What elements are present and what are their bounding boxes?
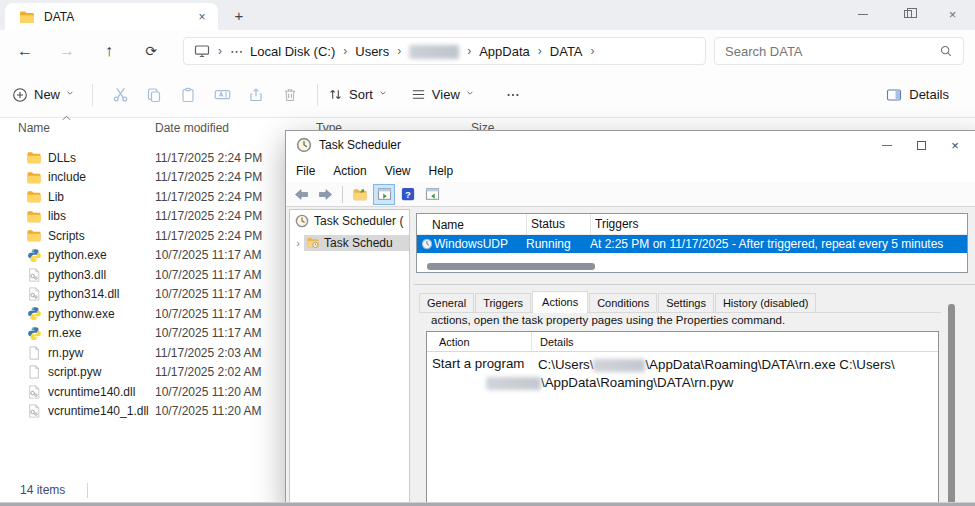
pane-splitter[interactable] [414,284,975,285]
rename-button[interactable] [205,86,239,103]
share-button[interactable] [239,87,273,103]
toolbar-divider [92,84,93,106]
horizontal-scrollbar-thumb[interactable] [427,263,595,270]
action-row[interactable]: Start a program C:\Users\\AppData\Roamin… [427,352,938,392]
breadcrumb-chevron-icon: › [538,44,542,58]
forward-button[interactable] [314,184,336,205]
file-name: pythonw.exe [48,307,115,321]
breadcrumb-overflow-icon[interactable]: ⋯ [230,44,244,59]
folder-icon [19,9,35,25]
column-header-date-modified[interactable]: Date modified [155,121,229,135]
back-button[interactable] [290,184,312,205]
file-name: script.pyw [48,365,101,379]
file-row[interactable]: python314.dll 10/7/2025 11:17 AM [0,285,283,305]
help-button[interactable]: ? [397,184,419,205]
menu-item[interactable]: View [385,164,411,178]
maximize-button[interactable] [904,131,938,159]
ts-tab[interactable]: Conditions [589,293,657,312]
ts-tab[interactable]: Actions [532,291,588,313]
ts-tab[interactable]: Triggers [475,293,531,312]
dll-icon [26,384,42,400]
task-row-selected[interactable]: WindowsUDP Running At 2:25 PM on 11/17/2… [417,235,967,253]
file-row[interactable]: Lib 11/17/2025 2:24 PM [0,187,283,207]
file-row[interactable]: pythonw.exe 10/7/2025 11:17 AM [0,304,283,324]
file-icon [26,364,42,380]
refresh-button[interactable]: ⟳ [134,43,168,59]
file-row[interactable]: python3.dll 10/7/2025 11:17 AM [0,265,283,285]
explorer-tab-active[interactable]: DATA × [5,3,218,30]
paste-button[interactable] [171,87,205,103]
this-pc-icon[interactable] [194,43,210,59]
sort-button[interactable]: Sort [328,87,387,102]
file-row[interactable]: Scripts 11/17/2025 2:24 PM [0,226,283,246]
explorer-command-bar: New Sort View Det [0,72,975,118]
column-header-status[interactable]: Status [526,214,590,235]
column-header-action[interactable]: Action [427,336,531,348]
menu-item[interactable]: Help [429,164,454,178]
console-toolbar: ? [286,182,975,207]
up-button[interactable]: ↑ [92,42,126,60]
new-tab-button[interactable]: + [228,5,250,27]
vertical-scrollbar[interactable] [946,301,957,506]
view-button[interactable]: View [411,87,474,102]
folder-clock-icon [306,236,320,249]
file-name: Lib [48,190,64,204]
new-button[interactable]: New [12,87,74,103]
breadcrumb-segment[interactable] [409,43,459,59]
tree-item-task-scheduler-library[interactable]: › Task Schedu [290,232,409,253]
svg-text:?: ? [405,189,411,200]
ts-tab[interactable]: Settings [658,293,714,312]
column-header-triggers[interactable]: Triggers [590,214,967,235]
search-box[interactable]: Search DATA [714,37,964,65]
minimize-button[interactable] [870,131,904,159]
ts-tab[interactable]: General [419,293,474,312]
file-row[interactable]: DLLs 11/17/2025 2:24 PM [0,148,283,168]
file-row[interactable]: rn.pyw 11/17/2025 2:03 AM [0,343,283,363]
tree-item-task-scheduler-local[interactable]: Task Scheduler ( [290,210,409,231]
breadcrumb[interactable]: › ⋯ Local Disk (C:) › Users › [183,37,706,65]
item-count: 14 items [20,483,65,497]
file-row[interactable]: include 11/17/2025 2:24 PM [0,168,283,188]
tab-close-icon[interactable]: × [194,9,210,25]
action-pane-toggle-button[interactable] [421,184,443,205]
console-tree-toggle-button[interactable] [373,184,395,205]
minimize-button[interactable] [840,0,885,28]
restore-button[interactable] [885,0,930,28]
cut-button[interactable] [103,86,137,103]
more-options-button[interactable] [496,88,530,102]
breadcrumb-segment[interactable]: Local Disk (C:) [250,44,335,59]
vertical-scrollbar-thumb[interactable] [948,304,955,506]
breadcrumb-segment[interactable]: Users [355,44,389,59]
close-button[interactable]: × [938,131,972,159]
column-header-name[interactable]: Name [18,121,50,135]
file-row[interactable]: rn.exe 10/7/2025 11:17 AM [0,324,283,344]
task-scheduler-window: Task Scheduler × File Action View Help [285,130,975,506]
task-scheduler-title-bar[interactable]: Task Scheduler × [286,131,975,159]
file-row[interactable]: script.pyw 11/17/2025 2:02 AM [0,363,283,383]
breadcrumb-segment[interactable]: DATA [550,44,583,59]
file-row[interactable]: python.exe 10/7/2025 11:17 AM [0,246,283,266]
column-header-details[interactable]: Details [531,332,938,352]
file-date-modified: 11/17/2025 2:24 PM [155,151,262,165]
search-icon [939,44,953,58]
back-button[interactable]: ← [8,42,42,60]
show-hide-tree-folder-button[interactable] [349,184,371,205]
menu-item[interactable]: Action [333,164,366,178]
file-row[interactable]: vcruntime140_1.dll 10/7/2025 11:20 AM [0,402,283,422]
sort-ascending-icon [62,115,71,121]
file-row[interactable]: vcruntime140.dll 10/7/2025 11:20 AM [0,382,283,402]
breadcrumb-segment[interactable]: AppData [479,44,530,59]
column-header-name[interactable]: Name [417,218,526,232]
toolbar-divider [342,186,343,203]
redacted-username [593,359,645,372]
close-button[interactable]: × [930,0,975,28]
file-row[interactable]: libs 11/17/2025 2:24 PM [0,207,283,227]
delete-button[interactable] [273,87,307,103]
details-pane-button[interactable]: Details [886,87,963,103]
forward-button[interactable]: → [50,42,84,60]
ts-tab[interactable]: History (disabled) [715,293,817,312]
actions-list-header: Action Details [427,332,938,352]
copy-button[interactable] [137,87,171,103]
tree-expander-icon[interactable]: › [292,237,304,249]
menu-item[interactable]: File [296,164,315,178]
